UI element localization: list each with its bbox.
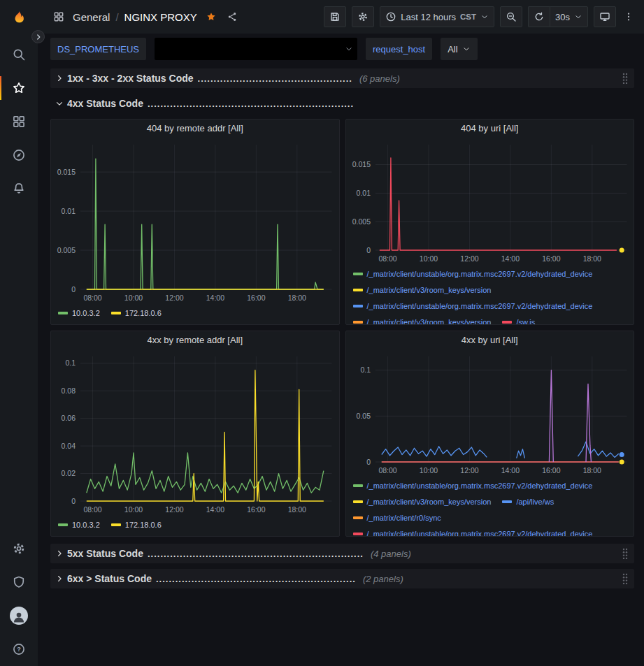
row-drag-handle[interactable]	[619, 572, 631, 585]
sidebar-expand-button[interactable]	[31, 30, 45, 43]
chart-panel: 404 by uri [All] 08:0010:0012:0014:0016:…	[345, 119, 635, 325]
legend-label: 10.0.3.2	[72, 309, 100, 317]
legend-item[interactable]: /_matrix/client/v3/room_keys/version	[353, 314, 492, 324]
refresh-button[interactable]	[528, 6, 550, 27]
tv-kiosk-button[interactable]	[594, 6, 616, 27]
chart-legend: /_matrix/client/unstable/org.matrix.msc2…	[346, 266, 634, 324]
row-leader-dots: ........................................…	[198, 73, 352, 84]
legend-item[interactable]: /_matrix/client/unstable/org.matrix.msc2…	[353, 526, 593, 536]
row-5xx[interactable]: 5xx Status Code ........................…	[50, 544, 634, 563]
sidebar-item-profile[interactable]	[0, 599, 38, 632]
share-button[interactable]	[225, 10, 239, 24]
chart-panel: 404 by remote addr [All] 08:0010:0012:00…	[50, 119, 340, 325]
timezone-label: CST	[460, 13, 476, 21]
svg-text:18:00: 18:00	[288, 294, 306, 302]
legend-item[interactable]: 10.0.3.2	[58, 305, 100, 321]
panel-chart-area: 08:0010:0012:0014:0016:0018:0000.050.1	[346, 349, 634, 477]
legend-item[interactable]: /_matrix/client/unstable/org.matrix.msc2…	[353, 298, 593, 314]
panel-title[interactable]: 4xx by uri [All]	[346, 331, 634, 349]
apps-grid-icon	[52, 10, 66, 24]
panel-title[interactable]: 404 by uri [All]	[346, 120, 634, 138]
panel-title[interactable]: 404 by remote addr [All]	[51, 120, 339, 138]
legend-label: /_matrix/client/unstable/org.matrix.msc2…	[367, 530, 593, 537]
chart-legend: /_matrix/client/unstable/org.matrix.msc2…	[346, 477, 634, 536]
legend-swatch	[353, 273, 363, 275]
svg-text:10:00: 10:00	[419, 254, 437, 263]
request-host-dropdown[interactable]: All	[441, 38, 477, 60]
dashboard-title[interactable]: NGINX PROXY	[124, 11, 197, 23]
legend-label: /_matrix/client/v3/room_keys/version	[367, 286, 492, 294]
svg-text:0: 0	[366, 246, 371, 254]
gear-icon	[12, 542, 26, 556]
chevron-down-icon	[480, 13, 489, 21]
chevron-right-icon	[53, 549, 66, 558]
refresh-interval-value: 30s	[555, 12, 570, 22]
save-dashboard-button[interactable]	[324, 6, 346, 27]
sidebar-item-help[interactable]: ?	[0, 632, 38, 666]
sidebar-item-configuration[interactable]	[0, 532, 38, 565]
legend-item[interactable]: /api/live/ws	[502, 493, 554, 509]
bell-icon	[12, 182, 26, 196]
breadcrumb-folder[interactable]: General	[73, 11, 110, 23]
chevron-right-icon	[34, 33, 43, 41]
sidebar-item-explore[interactable]	[0, 138, 38, 172]
legend-item[interactable]: /_matrix/client/v3/room_keys/version	[353, 282, 492, 298]
variables-bar: DS_PROMETHEUS request_host All	[38, 34, 644, 64]
time-series-chart[interactable]: 08:0010:0012:0014:0016:0018:0000.0050.01…	[346, 138, 634, 266]
refresh-icon	[534, 11, 545, 22]
grafana-logo[interactable]	[0, 0, 38, 34]
row-leader-dots: ........................................…	[148, 549, 364, 559]
time-series-chart[interactable]: 08:0010:0012:0014:0016:0018:0000.050.1	[346, 349, 634, 477]
panel-title[interactable]: 4xx by remote addr [All]	[51, 331, 339, 349]
row-leader-dots: ........................................…	[148, 99, 354, 109]
sidebar-item-search[interactable]	[0, 38, 38, 71]
dashboard-settings-button[interactable]	[352, 6, 374, 27]
user-icon	[12, 610, 26, 624]
favorite-star-button[interactable]	[204, 10, 218, 24]
navbar: General / NGINX PROXY Last 12 hours CST	[38, 0, 644, 34]
legend-swatch	[353, 500, 363, 503]
row-drag-handle[interactable]	[619, 547, 631, 560]
help-circle-icon: ?	[12, 642, 26, 656]
row-drag-handle[interactable]	[619, 72, 631, 85]
legend-item[interactable]: /_matrix/client/unstable/org.matrix.msc2…	[353, 477, 593, 493]
time-range-label: Last 12 hours	[401, 12, 456, 22]
legend-label: /_matrix/client/unstable/org.matrix.msc2…	[367, 302, 593, 310]
sidebar-item-alerting[interactable]	[0, 172, 38, 205]
sidebar-item-server-admin[interactable]	[0, 565, 38, 599]
legend-swatch	[353, 305, 363, 307]
chevron-down-icon	[345, 45, 353, 53]
legend-label: /_matrix/client/unstable/org.matrix.msc2…	[367, 270, 593, 278]
svg-text:08:00: 08:00	[83, 294, 101, 302]
request-host-value: All	[448, 44, 457, 55]
svg-text:0.015: 0.015	[57, 168, 76, 176]
legend-item[interactable]: 172.18.0.6	[111, 305, 162, 321]
time-range-picker[interactable]: Last 12 hours CST	[380, 6, 494, 27]
clock-icon	[385, 11, 396, 22]
legend-label: /_matrix/client/v3/room_keys/version	[367, 318, 492, 325]
svg-text:0.04: 0.04	[62, 442, 76, 450]
legend-item[interactable]: /_matrix/client/unstable/org.matrix.msc2…	[353, 266, 593, 282]
legend-item[interactable]: /sw.js	[502, 314, 535, 324]
zoom-out-button[interactable]	[500, 6, 522, 27]
sidebar-item-dashboards[interactable]	[0, 105, 38, 138]
row-1xx-3xx-2xx[interactable]: 1xx - 3xx - 2xx Status Code ............…	[50, 68, 634, 88]
refresh-interval-dropdown[interactable]: 30s	[550, 6, 588, 27]
row-4xx[interactable]: 4xx Status Code ........................…	[50, 94, 634, 113]
time-series-chart[interactable]: 08:0010:0012:0014:0016:0018:0000.020.040…	[51, 349, 339, 516]
svg-text:14:00: 14:00	[206, 505, 224, 514]
row-panel-count: (2 panels)	[363, 574, 403, 584]
legend-item[interactable]: 10.0.3.2	[58, 516, 100, 533]
time-series-chart[interactable]: 08:0010:0012:0014:0016:0018:0000.0050.01…	[51, 138, 339, 305]
kebab-menu-button[interactable]	[622, 10, 636, 24]
sidebar-item-starred[interactable]	[0, 71, 38, 105]
row-6xx[interactable]: 6xx > Status Code ......................…	[50, 569, 634, 588]
svg-text:18:00: 18:00	[582, 254, 601, 263]
legend-item[interactable]: /_matrix/client/v3/room_keys/version	[353, 493, 492, 509]
datasource-dropdown[interactable]	[155, 38, 357, 60]
svg-text:10:00: 10:00	[124, 294, 143, 302]
legend-item[interactable]: 172.18.0.6	[111, 516, 162, 533]
svg-text:0: 0	[71, 285, 76, 294]
legend-item[interactable]: /_matrix/client/r0/sync	[353, 509, 441, 526]
legend-swatch	[353, 289, 363, 291]
